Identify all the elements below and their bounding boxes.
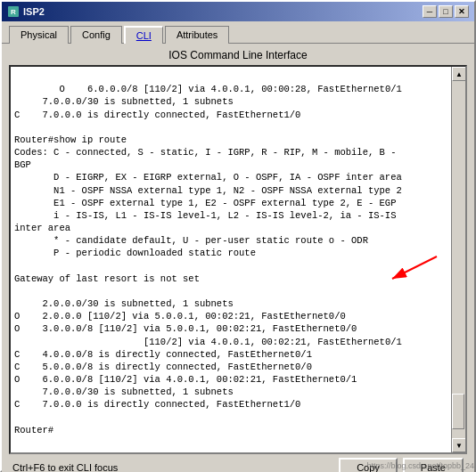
ctrl-hint: Ctrl+F6 to exit CLI focus	[12, 462, 118, 472]
watermark: https://blog.csdn.net/topbb_24	[366, 461, 474, 470]
scroll-down-button[interactable]: ▼	[452, 438, 466, 452]
window-title: ISP2	[23, 6, 45, 17]
tab-cli[interactable]: CLI	[124, 26, 163, 44]
title-buttons: ─ □ ✕	[423, 5, 469, 18]
title-bar: R ISP2 ─ □ ✕	[2, 2, 474, 21]
scroll-track	[452, 81, 465, 438]
scroll-thumb[interactable]	[452, 394, 464, 429]
app-icon: R	[7, 5, 20, 18]
cli-title: IOS Command Line Interface	[9, 49, 467, 61]
terminal-area[interactable]: O 6.0.0.0/8 [110/2] via 4.0.0.1, 00:00:2…	[9, 65, 467, 454]
main-window: R ISP2 ─ □ ✕ Physical Config CLI Attribu…	[0, 0, 476, 472]
close-button[interactable]: ✕	[455, 5, 469, 18]
terminal-output[interactable]: O 6.0.0.0/8 [110/2] via 4.0.0.1, 00:00:2…	[11, 67, 451, 452]
tab-attributes[interactable]: Attributes	[165, 26, 229, 44]
title-bar-left: R ISP2	[7, 5, 45, 18]
tab-bar: Physical Config CLI Attributes	[2, 21, 474, 43]
main-content: IOS Command Line Interface O 6.0.0.0/8 […	[2, 43, 474, 472]
tab-config[interactable]: Config	[70, 26, 122, 44]
terminal-scrollbar[interactable]: ▲ ▼	[451, 67, 465, 452]
svg-text:R: R	[11, 8, 16, 16]
maximize-button[interactable]: □	[439, 5, 453, 18]
scroll-up-button[interactable]: ▲	[452, 67, 466, 81]
tab-physical[interactable]: Physical	[9, 26, 69, 44]
terminal-text: O 6.0.0.0/8 [110/2] via 4.0.0.1, 00:00:2…	[14, 84, 402, 435]
minimize-button[interactable]: ─	[423, 5, 437, 18]
